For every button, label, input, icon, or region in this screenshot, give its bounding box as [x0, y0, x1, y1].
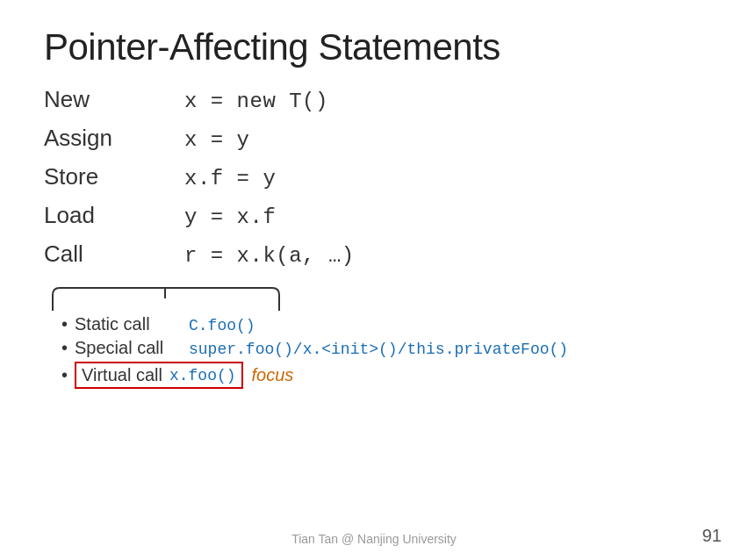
virtual-call-label: Virtual call [82, 365, 162, 385]
stmt-label-call: Call [44, 241, 184, 268]
bullet-item-special: • Special call super.foo()/x.<init>()/th… [61, 338, 704, 358]
bullet-code-special: super.foo()/x.<init>()/this.privateFoo() [189, 341, 568, 358]
slide-title: Pointer-Affecting Statements [44, 26, 704, 68]
virtual-call-box: Virtual call x.foo() [75, 362, 243, 389]
statement-row-assign: Assign x = y [44, 125, 704, 162]
brace-container [44, 286, 704, 311]
stmt-code-assign: x = y [184, 128, 250, 152]
bullet-label-static: Static call [75, 314, 189, 334]
bullet-code-static: C.foo() [189, 317, 255, 334]
stmt-label-new: New [44, 86, 184, 113]
stmt-code-store: x.f = y [184, 167, 276, 190]
footer-text: Tian Tan @ Nanjing University [291, 532, 457, 546]
statement-row-load: Load y = x.f [44, 202, 704, 239]
stmt-code-load: y = x.f [184, 205, 276, 229]
stmt-code-call: r = x.k(a, …) [184, 244, 355, 268]
stmt-label-assign: Assign [44, 125, 184, 152]
bullet-dot-virtual: • [61, 365, 68, 385]
slide: Pointer-Affecting Statements New x = new… [0, 0, 748, 560]
stmt-label-store: Store [44, 163, 184, 190]
focus-label: focus [252, 365, 294, 385]
bullet-label-special: Special call [75, 338, 189, 358]
brace-icon [44, 286, 307, 311]
brace-section: • Static call C.foo() • Special call sup… [44, 286, 704, 392]
slide-footer: Tian Tan @ Nanjing University [0, 532, 748, 546]
bullet-dot-special: • [61, 338, 68, 358]
stmt-code-new: x = new T() [184, 90, 328, 113]
stmt-label-load: Load [44, 202, 184, 229]
bullet-item-static: • Static call C.foo() [61, 314, 704, 334]
statement-row-new: New x = new T() [44, 86, 704, 123]
bullet-item-virtual: • Virtual call x.foo() focus [61, 362, 704, 389]
page-number: 91 [702, 526, 722, 546]
virtual-call-code: x.foo() [169, 367, 236, 384]
bullet-dot-static: • [61, 314, 68, 334]
virtual-call-row: Virtual call x.foo() focus [75, 362, 293, 389]
statement-row-call: Call r = x.k(a, …) [44, 241, 704, 277]
bullet-list: • Static call C.foo() • Special call sup… [61, 314, 704, 389]
statement-row-store: Store x.f = y [44, 163, 704, 200]
content-area: New x = new T() Assign x = y Store x.f =… [44, 86, 704, 392]
